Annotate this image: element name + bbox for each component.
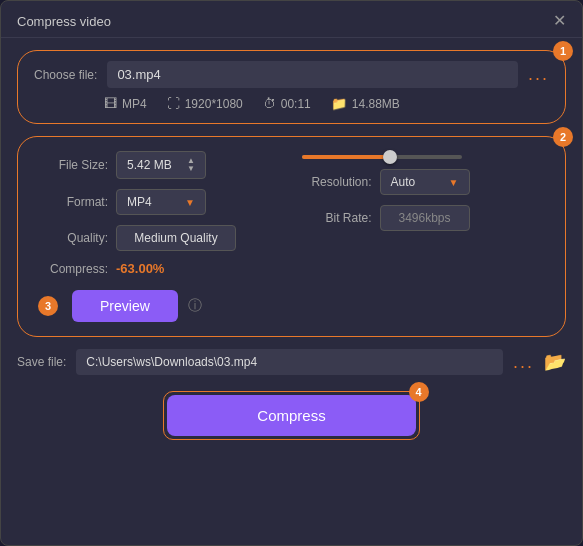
title-bar: Compress video ✕ (1, 1, 582, 38)
file-resolution-value: 1920*1080 (185, 97, 243, 111)
settings-section: 2 File Size: 5.42 MB ▲ ▼ Format: (17, 136, 566, 337)
bitrate-field: 3496kbps (380, 205, 470, 231)
file-size-row: File Size: 5.42 MB ▲ ▼ (38, 151, 282, 179)
save-path-input[interactable] (76, 349, 503, 375)
dialog-title: Compress video (17, 14, 111, 29)
quality-val: Medium Quality (134, 231, 217, 245)
compress-video-dialog: Compress video ✕ 1 Choose file: ... 🎞 MP… (0, 0, 583, 546)
choose-file-section: 1 Choose file: ... 🎞 MP4 ⛶ 1920*1080 ⏱ 0… (17, 50, 566, 124)
file-format-value: MP4 (122, 97, 147, 111)
file-size-field[interactable]: 5.42 MB ▲ ▼ (116, 151, 206, 179)
resolution-field[interactable]: Auto ▼ (380, 169, 470, 195)
choose-file-dots-button[interactable]: ... (528, 64, 549, 85)
save-folder-icon[interactable]: 📂 (544, 351, 566, 373)
file-duration-meta: ⏱ 00:11 (263, 96, 311, 111)
format-row: Format: MP4 ▼ (38, 189, 282, 215)
save-file-section: Save file: ... 📂 (17, 349, 566, 375)
file-format-meta: 🎞 MP4 (104, 96, 147, 111)
format-dropdown-icon: ▼ (185, 197, 195, 208)
compress-value: -63.00% (116, 261, 164, 276)
bitrate-val: 3496kbps (398, 211, 450, 225)
resolution-row: Resolution: Auto ▼ (302, 169, 546, 195)
slider-thumb[interactable] (383, 150, 397, 164)
film-icon: 🎞 (104, 96, 117, 111)
compress-btn-wrapper: Compress 4 (163, 391, 419, 440)
file-duration-value: 00:11 (281, 97, 311, 111)
slider-fill (302, 155, 390, 159)
close-button[interactable]: ✕ (553, 13, 566, 29)
info-icon[interactable]: ⓘ (188, 297, 202, 315)
slider-container[interactable] (302, 151, 546, 159)
badge-3: 3 (38, 296, 58, 316)
folder-meta-icon: 📁 (331, 96, 347, 111)
resolution-val: Auto (391, 175, 416, 189)
resolution-label: Resolution: (302, 175, 372, 189)
badge-2: 2 (553, 127, 573, 147)
file-size-meta: 📁 14.88MB (331, 96, 400, 111)
filename-input[interactable] (107, 61, 518, 88)
save-file-dots-button[interactable]: ... (513, 352, 534, 373)
badge-1: 1 (553, 41, 573, 61)
slider-track[interactable] (302, 155, 462, 159)
file-resolution-meta: ⛶ 1920*1080 (167, 96, 243, 111)
quality-label: Quality: (38, 231, 108, 245)
choose-file-label: Choose file: (34, 68, 97, 82)
format-field[interactable]: MP4 ▼ (116, 189, 206, 215)
resolution-icon: ⛶ (167, 96, 180, 111)
format-val: MP4 (127, 195, 152, 209)
file-size-value: 14.88MB (352, 97, 400, 111)
bitrate-label: Bit Rate: (302, 211, 372, 225)
save-file-label: Save file: (17, 355, 66, 369)
spinner-down[interactable]: ▼ (187, 165, 195, 173)
preview-button[interactable]: Preview (72, 290, 178, 322)
clock-icon: ⏱ (263, 96, 276, 111)
resolution-dropdown-icon: ▼ (449, 177, 459, 188)
compress-button[interactable]: Compress (167, 395, 415, 436)
compress-row: Compress: -63.00% (38, 261, 282, 276)
quality-row: Quality: Medium Quality (38, 225, 282, 251)
compress-section: Compress 4 (17, 391, 566, 440)
bitrate-row: Bit Rate: 3496kbps (302, 205, 546, 231)
quality-field[interactable]: Medium Quality (116, 225, 236, 251)
preview-row: 3 Preview ⓘ (38, 290, 282, 322)
format-label: Format: (38, 195, 108, 209)
file-size-val: 5.42 MB (127, 158, 172, 172)
file-size-spinner[interactable]: ▲ ▼ (187, 157, 195, 173)
file-size-label: File Size: (38, 158, 108, 172)
badge-4: 4 (409, 382, 429, 402)
compress-label: Compress: (38, 262, 108, 276)
